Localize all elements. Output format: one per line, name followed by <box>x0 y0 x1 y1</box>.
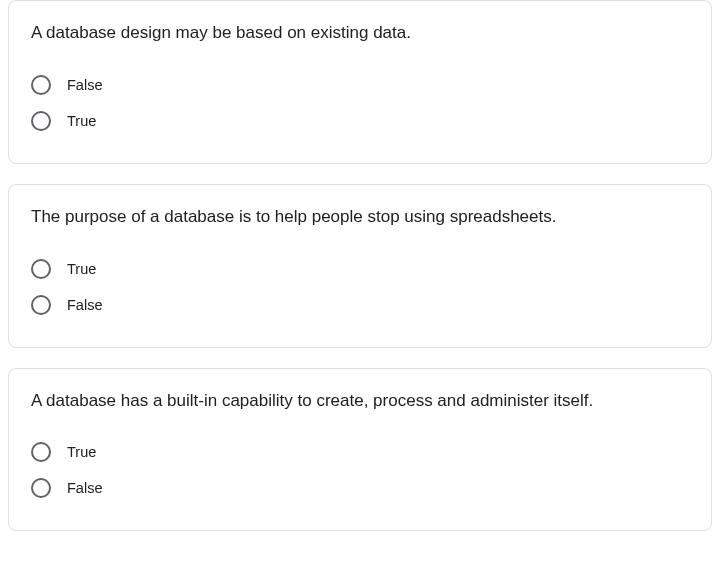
radio-icon <box>31 259 51 279</box>
radio-icon <box>31 75 51 95</box>
option-label: False <box>67 297 102 313</box>
radio-icon <box>31 442 51 462</box>
question-card-3: A database has a built-in capability to … <box>8 368 712 532</box>
option-label: False <box>67 77 102 93</box>
radio-icon <box>31 295 51 315</box>
option-row[interactable]: False <box>31 470 689 506</box>
option-row[interactable]: False <box>31 287 689 323</box>
question-prompt: A database has a built-in capability to … <box>31 389 689 413</box>
option-label: True <box>67 261 96 277</box>
radio-icon <box>31 111 51 131</box>
question-card-2: The purpose of a database is to help peo… <box>8 184 712 348</box>
option-row[interactable]: False <box>31 67 689 103</box>
radio-icon <box>31 478 51 498</box>
option-label: True <box>67 113 96 129</box>
question-prompt: A database design may be based on existi… <box>31 21 689 45</box>
question-prompt: The purpose of a database is to help peo… <box>31 205 689 229</box>
option-row[interactable]: True <box>31 434 689 470</box>
option-row[interactable]: True <box>31 103 689 139</box>
question-card-1: A database design may be based on existi… <box>8 0 712 164</box>
option-row[interactable]: True <box>31 251 689 287</box>
option-label: True <box>67 444 96 460</box>
option-label: False <box>67 480 102 496</box>
